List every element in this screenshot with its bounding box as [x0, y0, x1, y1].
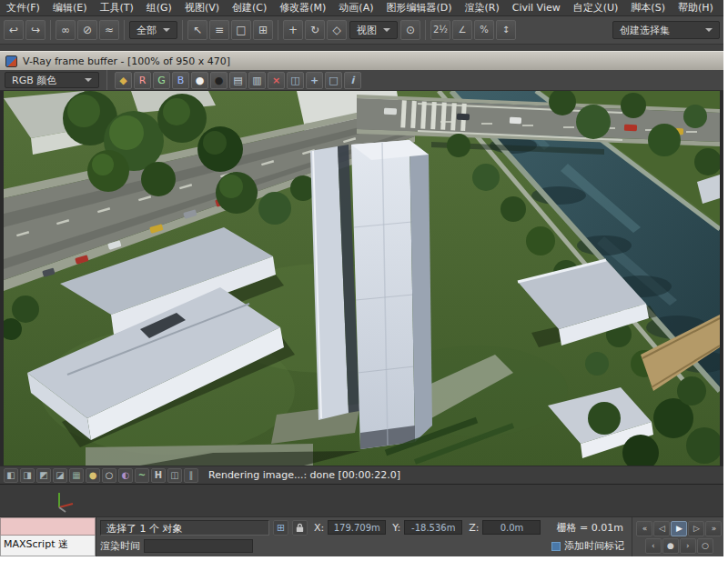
hue-saturation-icon[interactable]: ◐: [118, 468, 133, 483]
menu-item[interactable]: 编辑(E): [46, 0, 94, 15]
menu-item[interactable]: 组(G): [140, 0, 178, 15]
menu-item[interactable]: 视图(V): [178, 0, 226, 15]
go-to-start-button[interactable]: «: [636, 521, 652, 536]
vray-frame-buffer-window: V-Ray frame buffer - [100% of 950 x 470]…: [0, 51, 723, 484]
status-center: 选择了 1 个 对象 ⊞ X: 179.709m Y: -18.536m Z: …: [96, 517, 632, 556]
toolbar-separator: [182, 20, 183, 40]
play-button[interactable]: ▶: [671, 521, 687, 536]
angle-snap-icon[interactable]: ∠: [452, 20, 472, 40]
z-coordinate-field[interactable]: 0.0m: [482, 520, 541, 535]
region-render-icon[interactable]: □: [325, 72, 342, 89]
track-mouse-icon[interactable]: +: [306, 72, 323, 89]
monochrome-channel-icon[interactable]: ●: [210, 72, 228, 89]
bind-to-space-warp-icon[interactable]: ≈: [99, 20, 119, 40]
spinner-snap-icon[interactable]: ↕: [496, 20, 516, 40]
main-toolbar: ↩↪ ∞⊘≈ 全部 ↖≡□⊞ +↻◇ 视图 ⊙ 2½∠%↕ 创建选择集: [0, 16, 723, 45]
menu-item[interactable]: 创建(C): [226, 0, 273, 15]
selection-lock-icon[interactable]: [292, 520, 308, 536]
previous-frame-button[interactable]: ◁: [653, 521, 670, 536]
macro-recorder-field[interactable]: [0, 517, 96, 536]
chevron-down-icon: [85, 78, 92, 82]
select-and-scale-icon[interactable]: ◇: [327, 20, 347, 40]
time-configuration-button[interactable]: ○: [697, 538, 713, 554]
vfb-channel-dropdown[interactable]: RGB 颜色: [5, 72, 99, 88]
render-time-field: [144, 539, 253, 553]
go-to-end-button[interactable]: »: [705, 521, 722, 536]
selection-filter-dropdown[interactable]: 全部: [129, 21, 177, 39]
exposure-correction-icon[interactable]: ●: [86, 468, 100, 483]
time-controls: «◁▶▷» ‹●›○: [632, 517, 723, 556]
next-frame-button[interactable]: ▷: [688, 521, 704, 536]
red-channel-icon[interactable]: R: [134, 72, 151, 89]
force-color-clamping-icon[interactable]: ◧: [4, 468, 18, 483]
select-object-icon[interactable]: ↖: [187, 20, 207, 40]
menu-item[interactable]: 动画(A): [332, 0, 379, 15]
show-background-icon[interactable]: ▦: [69, 468, 84, 483]
key-mode-button[interactable]: ●: [662, 538, 679, 554]
stereo-preview-icon[interactable]: ◫: [167, 468, 182, 483]
y-coordinate-field[interactable]: -18.536m: [404, 520, 462, 535]
percent-snap-icon[interactable]: %: [474, 20, 494, 40]
color-curve-icon[interactable]: ~: [135, 468, 149, 483]
snaps-toggle-icon[interactable]: 2½: [430, 20, 450, 40]
window-crossing-icon[interactable]: ⊞: [253, 20, 273, 40]
menu-item[interactable]: 文件(F): [0, 0, 46, 15]
menu-item[interactable]: 图形编辑器(D): [379, 0, 458, 15]
select-by-name-icon[interactable]: ≡: [209, 20, 229, 40]
alpha-channel-icon[interactable]: ●: [191, 72, 208, 89]
named-selection-sets-combobox[interactable]: 创建选择集: [612, 21, 720, 39]
select-and-move-icon[interactable]: +: [283, 20, 303, 40]
menu-item[interactable]: 脚本(S): [624, 0, 672, 15]
status-bar: MAXScript 迷 选择了 1 个 对象 ⊞ X: 179.709m Y: …: [0, 516, 723, 556]
vfb-render-status: Rendering image...: done [00:00:22.0]: [208, 469, 400, 481]
stamp-icon[interactable]: H: [151, 468, 166, 483]
toolbar-separator: [106, 70, 107, 90]
chevron-down-icon: [705, 28, 713, 32]
viewport-area[interactable]: [0, 484, 723, 516]
absolute-mode-icon[interactable]: ⊞: [273, 520, 288, 536]
clear-image-icon[interactable]: ×: [268, 72, 285, 89]
show-color-channels-icon[interactable]: ◆: [115, 72, 132, 89]
white-balance-icon[interactable]: ○: [102, 468, 116, 483]
green-channel-icon[interactable]: G: [153, 72, 170, 89]
use-pivot-point-icon[interactable]: ⊙: [400, 20, 420, 40]
selection-region-icon[interactable]: □: [231, 20, 251, 40]
toolbar-separator: [425, 20, 426, 40]
unlink-selection-icon[interactable]: ⊘: [77, 20, 97, 40]
pause-render-icon[interactable]: ∥: [184, 468, 198, 483]
menu-item[interactable]: Civil View: [506, 1, 567, 15]
selection-filter-value: 全部: [136, 24, 157, 37]
menu-item[interactable]: 自定义(U): [567, 0, 625, 15]
add-time-tag-button[interactable]: 添加时间标记: [551, 539, 628, 553]
maxscript-listener-field[interactable]: MAXScript 迷: [0, 536, 96, 556]
redo-icon[interactable]: ↪: [25, 20, 46, 40]
next-key-button[interactable]: ›: [680, 538, 696, 554]
menu-item[interactable]: 修改器(M): [273, 0, 332, 15]
menu-bar: 文件(F)编辑(E)工具(T)组(G)视图(V)创建(C)修改器(M)动画(A)…: [0, 0, 723, 16]
select-and-rotate-icon[interactable]: ↻: [305, 20, 325, 40]
menu-item[interactable]: 渲染(R): [459, 0, 506, 15]
save-image-icon[interactable]: ▤: [229, 72, 247, 89]
maxscript-mini-listener: MAXScript 迷: [0, 517, 96, 556]
previous-key-button[interactable]: ‹: [645, 538, 662, 554]
duplicate-to-max-framebuffer-icon[interactable]: ◫: [287, 72, 304, 89]
z-coordinate-label: Z:: [469, 522, 479, 534]
menu-item[interactable]: 帮助(H): [672, 0, 720, 15]
pixel-information-icon[interactable]: i: [344, 72, 361, 89]
undo-icon[interactable]: ↩: [4, 20, 24, 40]
greyscale-preview-icon[interactable]: ◩: [36, 468, 51, 483]
named-selection-sets-value: 创建选择集: [620, 24, 670, 37]
view-clamped-colors-icon[interactable]: ◨: [20, 468, 35, 483]
menu-item[interactable]: 工具(T): [93, 0, 139, 15]
reference-coordinate-dropdown[interactable]: 视图: [349, 21, 398, 39]
invert-preview-icon[interactable]: ◪: [53, 468, 67, 483]
x-coordinate-field[interactable]: 179.709m: [328, 520, 386, 535]
load-image-icon[interactable]: ▥: [248, 72, 266, 89]
select-and-link-icon[interactable]: ∞: [56, 20, 76, 40]
3dsmax-window: 文件(F)编辑(E)工具(T)组(G)视图(V)创建(C)修改器(M)动画(A)…: [0, 0, 723, 556]
blue-channel-icon[interactable]: B: [172, 72, 189, 89]
toolbar-separator: [278, 20, 278, 40]
vfb-rendered-image[interactable]: [0, 91, 723, 466]
vfb-title-bar[interactable]: V-Ray frame buffer - [100% of 950 x 470]: [0, 51, 723, 70]
vfb-channel-value: RGB 颜色: [12, 74, 56, 87]
